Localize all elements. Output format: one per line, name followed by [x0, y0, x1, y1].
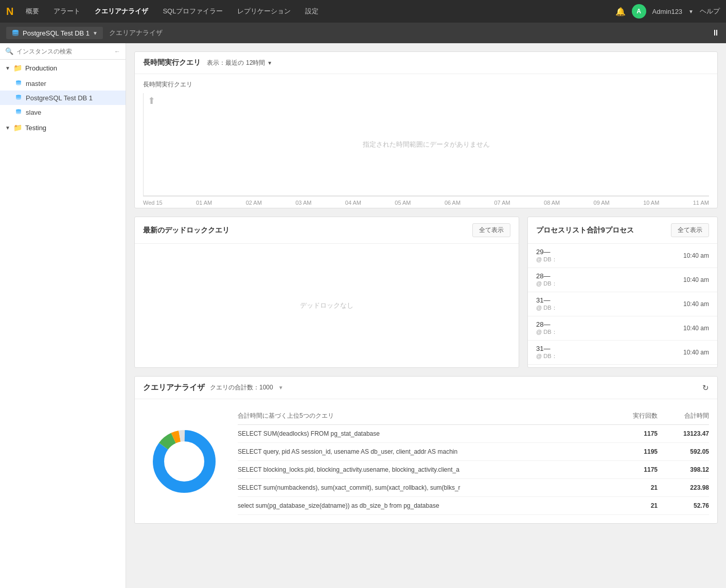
- sidebar: 🔍 ← ▼ 📁 Production master: [0, 43, 126, 588]
- process-list-show-all-button[interactable]: 全て表示: [671, 223, 709, 237]
- process-id: 31—: [536, 345, 683, 352]
- query-analyzer-header: クエリアナライザ クエリの合計数：1000 ▼ ↻: [135, 377, 717, 399]
- long-running-header: 長時間実行クエリ 表示：最近の 12時間 ▼: [135, 52, 717, 74]
- avatar: A: [632, 4, 646, 19]
- expand-arrow-icon: ▼: [5, 125, 10, 131]
- process-list-item[interactable]: 28— @ DB： 10:40 am: [528, 316, 717, 341]
- process-info: 31— @ DB：: [536, 345, 683, 360]
- main-content: 長時間実行クエリ 表示：最近の 12時間 ▼ 長時間実行クエリ ⬆ 指定された時…: [126, 43, 726, 588]
- db-selector[interactable]: PostgreSQL Test DB 1 ▼: [6, 27, 103, 39]
- query-table-row[interactable]: SELECT blocking_locks.pid, blocking_acti…: [238, 461, 709, 479]
- refresh-icon[interactable]: ↻: [702, 383, 709, 393]
- nav-query-analyzer[interactable]: クエリアナライザ: [88, 5, 154, 18]
- query-table-row[interactable]: SELECT SUM(deadlocks) FROM pg_stat_datab…: [238, 425, 709, 443]
- query-table-row[interactable]: SELECT sum(numbackends), sum(xact_commit…: [238, 479, 709, 497]
- total-time-value: 592.05: [658, 448, 709, 455]
- sidebar-group-production-header[interactable]: ▼ 📁 Production: [0, 60, 126, 76]
- nav-alerts[interactable]: アラート: [47, 5, 86, 18]
- search-input[interactable]: [16, 48, 111, 55]
- sidebar-item-postgresql-label: PostgreSQL Test DB 1: [26, 94, 93, 102]
- col-query-header: 合計時間に基づく上位5つのクエリ: [238, 412, 616, 420]
- chart-x-axis: Wed 15 01 AM 02 AM 03 AM 04 AM 05 AM 06 …: [143, 196, 709, 206]
- nav-replication[interactable]: レプリケーション: [231, 5, 297, 18]
- query-analyzer-title: クエリアナライザ: [143, 383, 205, 393]
- process-db: @ DB：: [536, 352, 683, 360]
- deadlock-card: 最新のデッドロッククエリ 全て表示 デッドロックなし: [134, 217, 519, 368]
- sidebar-group-testing-header[interactable]: ▼ 📁 Testing: [0, 119, 126, 136]
- process-list-item[interactable]: 28— @ DB： 10:40 am: [528, 268, 717, 292]
- nav-right: 🔔 A Admin123 ▼ ヘルプ: [615, 4, 720, 19]
- bottom-row: 最新のデッドロッククエリ 全て表示 デッドロックなし プロセスリスト合計9プロセ…: [134, 217, 718, 368]
- process-list: 29— @ DB： 10:40 am 28— @ DB： 10:40 am 31…: [528, 244, 717, 365]
- total-time-value: 13123.47: [658, 430, 709, 437]
- long-running-title: 長時間実行クエリ: [143, 58, 201, 67]
- total-time-value: 223.98: [658, 484, 709, 491]
- db-dropdown-icon[interactable]: ▼: [93, 30, 98, 36]
- long-running-chart: 長時間実行クエリ ⬆ 指定された時間範囲にデータがありません Wed 15 01…: [135, 74, 717, 208]
- exec-count-value: 21: [616, 484, 658, 491]
- query-rows: SELECT SUM(deadlocks) FROM pg_stat_datab…: [238, 425, 709, 515]
- sidebar-item-postgresql-test-db1[interactable]: PostgreSQL Test DB 1: [0, 91, 126, 105]
- total-time-value: 52.76: [658, 502, 709, 509]
- nav-overview[interactable]: 概要: [20, 5, 45, 18]
- deadlock-show-all-button[interactable]: 全て表示: [472, 223, 510, 237]
- pause-icon[interactable]: ⏸: [712, 28, 720, 38]
- col-exec-header: 実行回数: [616, 412, 658, 420]
- process-list-card: プロセスリスト合計9プロセス 全て表示 29— @ DB： 10:40 am 2…: [527, 217, 718, 368]
- process-list-item[interactable]: 29— @ DB： 10:40 am: [528, 244, 717, 268]
- process-time: 10:40 am: [683, 325, 709, 332]
- query-text: SELECT SUM(deadlocks) FROM pg_stat_datab…: [238, 430, 616, 437]
- col-time-header: 合計時間: [658, 412, 709, 420]
- process-info: 28— @ DB：: [536, 320, 683, 336]
- process-info: 31— @ DB：: [536, 296, 683, 312]
- query-text: select sum(pg_database_size(datname)) as…: [238, 502, 616, 509]
- layout: 🔍 ← ▼ 📁 Production master: [0, 43, 726, 588]
- donut-chart: [143, 407, 225, 515]
- exec-count-value: 1175: [616, 466, 658, 473]
- nav-settings[interactable]: 設定: [299, 5, 325, 18]
- notification-bell-icon[interactable]: 🔔: [615, 7, 626, 16]
- exec-count-value: 21: [616, 502, 658, 509]
- deadlock-body: デッドロックなし: [135, 244, 519, 367]
- sidebar-item-master[interactable]: master: [0, 76, 126, 91]
- query-text: SELECT query, pid AS session_id, usename…: [238, 448, 616, 455]
- process-db: @ DB：: [536, 280, 683, 288]
- time-chevron-icon[interactable]: ▼: [267, 60, 272, 66]
- help-link[interactable]: ヘルプ: [700, 7, 720, 16]
- exec-count-value: 1175: [616, 430, 658, 437]
- search-icon: 🔍: [5, 47, 13, 55]
- process-list-item[interactable]: 31— @ DB： 10:40 am: [528, 341, 717, 365]
- query-count-dropdown-icon[interactable]: ▼: [278, 385, 284, 390]
- query-table-row[interactable]: select sum(pg_database_size(datname)) as…: [238, 497, 709, 515]
- folder-icon: 📁: [13, 64, 22, 72]
- exec-count-value: 1195: [616, 448, 658, 455]
- process-list-title: プロセスリスト合計9プロセス: [536, 226, 634, 235]
- db-name: PostgreSQL Test DB 1: [23, 29, 90, 37]
- time-selector[interactable]: 表示：最近の 12時間 ▼: [207, 59, 272, 67]
- query-table-header: 合計時間に基づく上位5つのクエリ 実行回数 合計時間: [238, 407, 709, 425]
- process-id: 28—: [536, 272, 683, 280]
- sidebar-item-slave[interactable]: slave: [0, 105, 126, 119]
- process-id: 31—: [536, 296, 683, 304]
- dropdown-chevron-icon[interactable]: ▼: [688, 9, 694, 14]
- process-info: 29— @ DB：: [536, 248, 683, 263]
- process-db: @ DB：: [536, 256, 683, 263]
- process-list-item[interactable]: 31— @ DB： 10:40 am: [528, 292, 717, 316]
- search-box: 🔍 ←: [0, 43, 126, 60]
- deadlock-empty-message: デッドロックなし: [300, 301, 353, 310]
- query-analyzer-body: 合計時間に基づく上位5つのクエリ 実行回数 合計時間 SELECT SUM(de…: [135, 399, 717, 523]
- total-time-value: 398.12: [658, 466, 709, 473]
- query-table-row[interactable]: SELECT query, pid AS session_id, usename…: [238, 443, 709, 461]
- long-running-card: 長時間実行クエリ 表示：最近の 12時間 ▼ 長時間実行クエリ ⬆ 指定された時…: [134, 51, 718, 208]
- process-time: 10:40 am: [683, 300, 709, 308]
- nav-sql-profiler[interactable]: SQLプロファイラー: [156, 5, 229, 18]
- back-arrow-icon[interactable]: ←: [114, 48, 120, 55]
- chart-empty-message: 指定された時間範囲にデータがありません: [363, 140, 490, 149]
- sub-nav: PostgreSQL Test DB 1 ▼ クエリアナライザ ⏸: [0, 23, 726, 43]
- query-analyzer-card: クエリアナライザ クエリの合計数：1000 ▼ ↻: [134, 376, 718, 524]
- logo: N: [6, 6, 13, 17]
- collapse-arrow-icon: ▼: [5, 65, 10, 71]
- sidebar-group-production-label: Production: [25, 64, 57, 72]
- process-id: 28—: [536, 320, 683, 328]
- sidebar-group-testing: ▼ 📁 Testing: [0, 119, 126, 136]
